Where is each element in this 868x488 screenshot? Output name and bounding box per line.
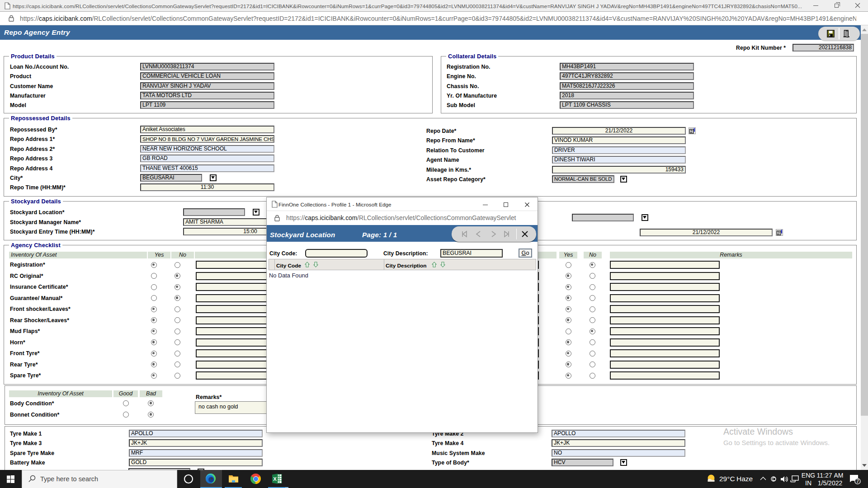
svg-text:7: 7 <box>856 479 859 484</box>
svg-text:X: X <box>273 476 277 482</box>
